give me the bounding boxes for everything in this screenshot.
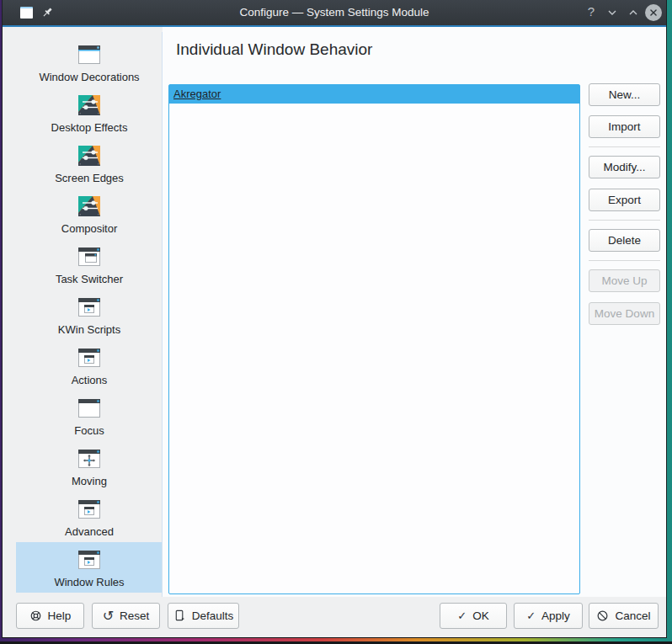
compositor-icon xyxy=(76,193,103,220)
import-button[interactable]: Import xyxy=(589,115,660,138)
sidebar-item-label: Window Rules xyxy=(54,576,124,588)
export-button[interactable]: Export xyxy=(589,189,660,211)
task-switcher-icon xyxy=(76,243,103,270)
new-button[interactable]: New... xyxy=(589,83,660,106)
sidebar-item-window-rules[interactable]: Window Rules xyxy=(16,542,163,593)
sidebar-item-advanced[interactable]: Advanced xyxy=(16,492,163,542)
defaults-button[interactable]: Defaults xyxy=(168,603,239,629)
titlebar-help-button[interactable]: ? xyxy=(584,5,598,19)
settings-dialog: Configure — System Settings Module ? Win… xyxy=(2,0,667,638)
check-icon: ✓ xyxy=(526,610,536,621)
button-group-separator xyxy=(589,260,660,261)
window-rules-icon xyxy=(76,546,103,573)
sidebar-item-window-decorations[interactable]: Window Decorations xyxy=(16,37,163,88)
close-button[interactable] xyxy=(645,4,662,21)
sidebar-item-task-switcher[interactable]: Task Switcher xyxy=(16,239,163,290)
button-group-separator xyxy=(589,146,660,147)
cancel-icon xyxy=(596,609,609,622)
screen-edges-icon xyxy=(76,142,103,169)
maximize-button[interactable] xyxy=(627,6,640,19)
content-pane: Individual Window Behavior Akregator New… xyxy=(163,27,666,597)
sidebar-item-label: Window Decorations xyxy=(39,71,139,83)
window-rules-list[interactable]: Akregator xyxy=(168,84,580,594)
module-sidebar: Window Decorations Desktop Effects Scree… xyxy=(3,27,163,597)
sidebar-item-actions[interactable]: Actions xyxy=(16,340,163,391)
sidebar-item-label: Moving xyxy=(72,475,107,487)
move-up-button: Move Up xyxy=(589,269,660,292)
move-down-button: Move Down xyxy=(589,302,660,325)
sidebar-item-desktop-effects[interactable]: Desktop Effects xyxy=(16,88,163,138)
focus-icon xyxy=(76,395,103,422)
desktop-effects-icon xyxy=(76,92,103,119)
window-decorations-icon xyxy=(76,41,103,68)
titlebar[interactable]: Configure — System Settings Module ? xyxy=(3,0,666,25)
actions-icon xyxy=(76,344,103,371)
sidebar-item-label: Desktop Effects xyxy=(51,121,128,134)
window-title: Configure — System Settings Module xyxy=(3,0,666,25)
sidebar-item-compositor[interactable]: Compositor xyxy=(16,189,163,239)
sidebar-item-label: KWin Scripts xyxy=(58,323,120,336)
button-group-separator xyxy=(589,220,660,221)
sidebar-item-label: Advanced xyxy=(65,525,114,538)
sidebar-item-label: Compositor xyxy=(61,222,117,235)
moving-icon xyxy=(76,445,103,472)
sidebar-item-kwin-scripts[interactable]: KWin Scripts xyxy=(16,290,163,340)
minimize-button[interactable] xyxy=(605,6,619,19)
page-title: Individual Window Behavior xyxy=(176,40,372,59)
undo-icon: ↺ xyxy=(103,609,114,623)
sidebar-item-screen-edges[interactable]: Screen Edges xyxy=(16,138,163,189)
modify-button[interactable]: Modify... xyxy=(589,156,660,178)
apply-button[interactable]: ✓ Apply xyxy=(514,603,583,629)
sidebar-item-label: Task Switcher xyxy=(56,273,123,285)
advanced-icon xyxy=(76,496,103,523)
kwin-scripts-icon xyxy=(76,294,103,321)
module-list: Window Decorations Desktop Effects Scree… xyxy=(3,37,163,593)
sidebar-item-label: Focus xyxy=(74,424,104,437)
sidebar-item-focus[interactable]: Focus xyxy=(16,391,163,441)
dialog-footer: Help ↺ Reset Defaults ✓ OK ✓ Apply Cance… xyxy=(3,597,666,637)
help-button[interactable]: Help xyxy=(16,603,84,629)
cancel-button[interactable]: Cancel xyxy=(589,603,659,629)
main-area: Window Decorations Desktop Effects Scree… xyxy=(3,27,666,597)
sidebar-item-moving[interactable]: Moving xyxy=(16,441,163,492)
delete-button[interactable]: Delete xyxy=(589,229,660,252)
sidebar-item-label: Screen Edges xyxy=(55,172,124,184)
reset-button[interactable]: ↺ Reset xyxy=(92,603,160,629)
help-icon xyxy=(29,609,42,622)
sidebar-item-label: Actions xyxy=(72,374,108,386)
document-revert-icon xyxy=(173,609,186,622)
check-icon: ✓ xyxy=(457,610,467,621)
ok-button[interactable]: ✓ OK xyxy=(440,603,507,629)
rule-list-item[interactable]: Akregator xyxy=(169,85,579,104)
